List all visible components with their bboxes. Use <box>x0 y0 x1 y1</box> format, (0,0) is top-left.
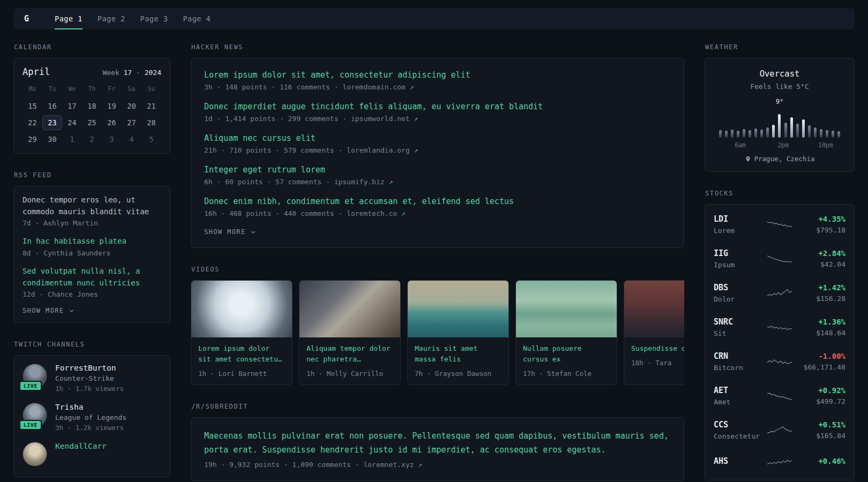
weather-bar <box>790 117 793 138</box>
video-thumbnail[interactable] <box>516 281 617 337</box>
calendar-day: 19 <box>102 99 122 114</box>
stock-row[interactable]: CRN Bitcorn -1.00% $66,171.48 <box>714 344 845 379</box>
stock-row[interactable]: AHS +0.46% <box>714 447 845 477</box>
subreddit-post-title[interactable]: Maecenas mollis pulvinar erat non posuer… <box>204 430 671 457</box>
rss-item-title[interactable]: Donec tempor eros leo, ut commodo mauris… <box>23 194 161 217</box>
calendar-day: 3 <box>102 132 122 147</box>
weather-bar <box>820 129 822 138</box>
stock-row[interactable]: IIG Ipsum +2.84% $42.04 <box>714 242 845 276</box>
videos-section-title: VIDEOS <box>191 266 684 273</box>
hackernews-item: Integer eget rutrum lorem 6h · 60 points… <box>204 165 671 186</box>
external-link-icon: ↗ <box>388 178 393 186</box>
weather-hour-labels: 6am 2pm 10pm <box>719 141 840 149</box>
weather-bar <box>814 127 817 138</box>
app-logo[interactable]: G <box>24 14 29 24</box>
twitch-channel-row[interactable]: LIVE Trisha League of Legends 3h · 1.2k … <box>23 403 161 432</box>
avatar <box>23 442 47 466</box>
video-title[interactable]: Suspendisse diam <box>631 343 684 354</box>
stock-symbol: AET <box>714 386 763 395</box>
tab-page-3[interactable]: Page 3 <box>140 8 168 29</box>
calendar-day-today: 23 <box>42 115 62 130</box>
twitch-channel-info: ForrestBurton Counter-Strike 1h · 1.7k v… <box>55 364 124 393</box>
calendar-day: 27 <box>122 115 141 130</box>
calendar-day: 24 <box>62 115 82 130</box>
video-card[interactable]: Nullam posuere cursus ex 17h · Stefan Co… <box>515 280 617 385</box>
stock-values: +1.36% $148.64 <box>796 318 845 337</box>
twitch-channel-row[interactable]: LIVE ForrestBurton Counter-Strike 1h · 1… <box>23 364 161 393</box>
twitch-channel-game: League of Legends <box>55 413 126 421</box>
external-link-icon: ↗ <box>410 83 414 91</box>
dashboard: CALENDAR April Week 17 · 2024 Mo Tu We T… <box>0 29 868 482</box>
stock-change: +4.35% <box>796 215 845 223</box>
calendar-day: 20 <box>122 99 141 114</box>
twitch-channel-name[interactable]: ForrestBurton <box>55 364 124 372</box>
video-card[interactable]: Lorem ipsum dolor sit amet consectetu… 1… <box>191 280 293 385</box>
stock-row[interactable]: AET Amet +0.92% $499.72 <box>714 379 845 413</box>
stock-name: Ipsum <box>714 261 763 269</box>
tab-page-1[interactable]: Page 1 <box>55 8 83 29</box>
video-title[interactable]: Aliquam tempor dolor nec pharetra… <box>306 343 393 365</box>
stock-values: +4.35% $795.18 <box>796 215 845 234</box>
weather-bar <box>796 124 799 138</box>
tab-page-4[interactable]: Page 4 <box>183 8 211 29</box>
subreddit-post-stats: 19h · 9,932 points · 1,090 comments · <box>204 461 360 469</box>
top-navbar: G Page 1 Page 2 Page 3 Page 4 <box>13 8 855 29</box>
video-title[interactable]: Mauris sit amet massa felis <box>415 343 502 365</box>
video-title[interactable]: Nullam posuere cursus ex <box>523 343 610 365</box>
twitch-channel-meta: 3h · 1.2k viewers <box>55 424 126 432</box>
hackernews-item: Lorem ipsum dolor sit amet, consectetur … <box>204 70 671 91</box>
twitch-channel-name[interactable]: KendallCarr <box>55 442 107 450</box>
hackernews-show-more-button[interactable]: SHOW MORE <box>204 228 671 236</box>
hackernews-item-domain[interactable]: ipsumify.biz <box>334 178 385 186</box>
subreddit-post-domain[interactable]: loremnet.xyz <box>363 461 414 469</box>
rss-item-title[interactable]: In hac habitasse platea <box>23 236 161 247</box>
video-card[interactable]: Mauris sit amet massa felis 7h · Grayson… <box>407 280 509 385</box>
hackernews-widget: HACKER NEWS Lorem ipsum dolor sit amet, … <box>191 43 684 248</box>
hackernews-item-domain[interactable]: ipsumworld.net <box>351 115 410 123</box>
calendar-day: 29 <box>23 132 42 147</box>
video-thumbnail[interactable] <box>300 281 400 337</box>
tab-page-2[interactable]: Page 2 <box>98 8 125 29</box>
external-link-icon: ↗ <box>414 146 418 154</box>
hackernews-item-domain[interactable]: loremdomain.com <box>342 83 405 91</box>
video-card-body: Nullam posuere cursus ex 17h · Stefan Co… <box>516 337 617 385</box>
hackernews-item-meta: 21h · 710 points · 579 comments · loreml… <box>204 146 671 154</box>
stock-row[interactable]: SNRC Sit +1.36% $148.64 <box>714 310 845 344</box>
video-row: Lorem ipsum dolor sit amet consectetu… 1… <box>191 280 684 385</box>
stock-price: $42.04 <box>796 260 845 268</box>
video-thumbnail[interactable] <box>624 281 684 337</box>
stock-row[interactable]: DBS Dolor +1.42% $156.28 <box>714 276 845 310</box>
video-thumbnail[interactable] <box>191 281 292 337</box>
twitch-channel-name[interactable]: Trisha <box>55 403 126 411</box>
stock-values: -1.00% $66,171.48 <box>796 352 845 371</box>
hackernews-item-title[interactable]: Lorem ipsum dolor sit amet, consectetur … <box>204 70 671 80</box>
subreddit-post-meta: 19h · 9,932 points · 1,090 comments · lo… <box>204 461 671 469</box>
stocks-panel: LDI Lorem +4.35% $795.18 IIG Ipsum <box>705 204 855 480</box>
stock-price: $165.84 <box>796 432 845 440</box>
video-card[interactable]: Suspendisse diam 18h · Tara <box>624 280 684 385</box>
stock-symbol: CCS <box>714 420 763 430</box>
right-column: WEATHER Overcast Feels like 5°C 9° 6am 2… <box>705 43 855 482</box>
stock-sparkline <box>763 216 796 232</box>
stock-row[interactable]: LDI Lorem +4.35% $795.18 <box>714 207 845 242</box>
hackernews-item-domain[interactable]: loremlandia.org <box>347 146 409 154</box>
rss-show-more-button[interactable]: SHOW MORE <box>23 307 161 314</box>
stock-change: +1.36% <box>796 318 845 326</box>
video-card[interactable]: Aliquam tempor dolor nec pharetra… 1h · … <box>299 280 401 385</box>
rss-item-title[interactable]: Sed volutpat nulla nisl, a condimentum n… <box>23 266 161 289</box>
video-thumbnail[interactable] <box>408 281 508 337</box>
calendar-day-name: Su <box>141 85 161 97</box>
stock-row[interactable]: CCS Consectetur +0.51% $165.84 <box>714 413 845 447</box>
twitch-channel-row[interactable]: KendallCarr <box>23 442 161 466</box>
hackernews-item-title[interactable]: Integer eget rutrum lorem <box>204 165 671 175</box>
stock-price: $66,171.48 <box>796 363 845 371</box>
weather-bars <box>719 113 840 138</box>
hackernews-item-title[interactable]: Donec imperdiet augue tincidunt felis al… <box>204 102 671 111</box>
hackernews-item-title[interactable]: Aliquam nec cursus elit <box>204 133 671 143</box>
calendar-day: 15 <box>23 99 42 114</box>
stock-name: Lorem <box>714 227 763 235</box>
hackernews-item-title[interactable]: Donec enim nibh, condimentum et accumsan… <box>204 197 671 206</box>
video-title[interactable]: Lorem ipsum dolor sit amet consectetu… <box>198 343 285 365</box>
hackernews-item-domain[interactable]: loremtech.co <box>347 209 397 217</box>
twitch-channel-game: Counter-Strike <box>55 374 124 382</box>
